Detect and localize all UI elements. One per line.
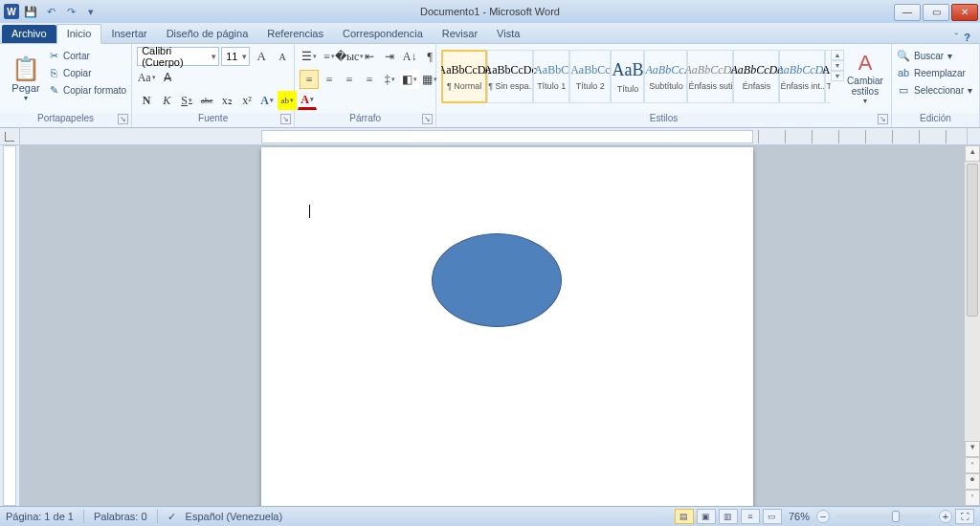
subscript-button[interactable]: x₂ (217, 91, 236, 110)
gallery-down-button[interactable]: ▾ (831, 60, 844, 71)
style-item[interactable]: AaBbCc.Subtítulo (644, 50, 687, 103)
replace-button[interactable]: abReemplazar (897, 66, 972, 79)
highlight-button[interactable]: ab (278, 91, 297, 110)
increase-indent-button[interactable]: ⇥ (380, 47, 399, 66)
quick-access-toolbar: W 💾 ↶ ↷ ▾ (0, 3, 100, 20)
underline-button[interactable]: S (177, 91, 196, 110)
font-name-combo[interactable]: Calibri (Cuerpo) (137, 47, 219, 66)
next-page-button[interactable]: ◦ (965, 490, 980, 506)
tab-selector[interactable] (0, 128, 20, 144)
view-full-screen-button[interactable]: ▣ (697, 509, 716, 524)
tab-revisar[interactable]: Revisar (433, 25, 487, 43)
qat-save-button[interactable]: 💾 (22, 3, 39, 20)
line-spacing-button[interactable]: ‡ (380, 70, 399, 89)
qat-customize-button[interactable]: ▾ (82, 3, 100, 20)
zoom-fit-button[interactable]: ⛶ (955, 509, 974, 524)
font-dialog-launcher[interactable]: ↘ (280, 114, 291, 124)
vertical-ruler[interactable] (0, 145, 20, 506)
styles-gallery[interactable]: AaBbCcDc¶ NormalAaBbCcDc¶ Sin espa...AaB… (441, 47, 831, 103)
grow-font-button[interactable]: A (252, 47, 271, 66)
text-effects-button[interactable]: A (257, 91, 277, 110)
paragraph-dialog-launcher[interactable]: ↘ (422, 114, 433, 124)
gallery-more-button[interactable]: ▾ (831, 71, 844, 81)
paste-button[interactable]: 📋 Pegar ▾ (5, 47, 47, 110)
find-button[interactable]: 🔍Buscar ▾ (897, 49, 972, 62)
bullets-button[interactable]: ☰ (300, 47, 319, 66)
scroll-thumb[interactable] (967, 164, 978, 317)
ruler-toggle-button[interactable] (967, 128, 980, 144)
group-paragraph-label: Párrafo↘ (295, 113, 435, 127)
multilevel-button[interactable]: �ыс (340, 47, 359, 66)
copy-button[interactable]: ⎘Copiar (47, 66, 126, 79)
zoom-out-button[interactable]: − (816, 510, 830, 523)
style-item[interactable]: AaBbCcDcÉnfasis (733, 50, 779, 103)
format-painter-button[interactable]: ✎Copiar formato (47, 83, 126, 97)
style-item[interactable]: AaBTítulo (611, 50, 644, 103)
zoom-in-button[interactable]: + (939, 510, 952, 523)
style-item[interactable]: AaBbCcDc¶ Sin espa... (487, 50, 533, 103)
align-center-button[interactable]: ≡ (320, 70, 339, 89)
scroll-up-button[interactable]: ▴ (965, 145, 980, 162)
view-draft-button[interactable]: ▭ (763, 509, 782, 524)
style-item[interactable]: AaBbCTítulo 1 (533, 50, 569, 103)
tab-correspondencia[interactable]: Correspondencia (333, 25, 433, 43)
tab-diseno[interactable]: Diseño de página (157, 25, 258, 43)
styles-dialog-launcher[interactable]: ↘ (878, 114, 888, 124)
tab-file[interactable]: Archivo (2, 25, 56, 43)
clipboard-dialog-launcher[interactable]: ↘ (118, 114, 128, 124)
page[interactable] (261, 147, 753, 506)
scroll-track[interactable] (965, 162, 980, 441)
view-web-layout-button[interactable]: ▥ (719, 509, 738, 524)
ribbon-minimize-button[interactable]: ˇ (955, 32, 959, 43)
change-case-button[interactable]: Aa (137, 68, 156, 87)
document-canvas[interactable] (20, 145, 964, 506)
style-item[interactable]: AaBbCcDc¶ Normal (441, 50, 487, 103)
status-word-count[interactable]: Palabras: 0 (94, 511, 147, 522)
window-close-button[interactable]: ✕ (951, 4, 978, 21)
shrink-font-button[interactable]: A (273, 47, 292, 66)
decrease-indent-button[interactable]: ⇤ (360, 47, 379, 66)
tab-referencias[interactable]: Referencias (257, 25, 333, 43)
font-size-combo[interactable]: 11 (221, 47, 250, 66)
clear-formatting-button[interactable]: A̶ (158, 68, 177, 87)
justify-button[interactable]: ≡ (360, 70, 379, 89)
zoom-slider[interactable] (836, 515, 932, 518)
view-outline-button[interactable]: ≡ (741, 509, 760, 524)
shading-button[interactable]: ◧ (400, 70, 419, 89)
browse-object-button[interactable]: ● (965, 473, 980, 490)
tab-inicio[interactable]: Inicio (56, 24, 102, 44)
select-button[interactable]: ▭Seleccionar ▾ (897, 83, 972, 97)
group-font: Calibri (Cuerpo) 11 A A Aa A̶ N K S abc … (132, 44, 295, 127)
qat-undo-button[interactable]: ↶ (42, 3, 59, 20)
style-item[interactable]: AaBbCcDcÉnfasis sutil (687, 50, 733, 103)
align-right-button[interactable]: ≡ (340, 70, 359, 89)
help-button[interactable]: ? (964, 32, 970, 43)
italic-button[interactable]: K (157, 91, 176, 110)
qat-redo-button[interactable]: ↷ (62, 3, 79, 20)
horizontal-ruler[interactable] (20, 128, 967, 144)
style-item[interactable]: AaBbCcDcÉnfasis int... (779, 50, 825, 103)
bold-button[interactable]: N (137, 91, 156, 110)
window-maximize-button[interactable]: ▭ (923, 4, 949, 21)
tab-insertar[interactable]: Insertar (101, 25, 156, 43)
sort-button[interactable]: A↓ (400, 47, 419, 66)
view-print-layout-button[interactable]: ▤ (675, 509, 694, 524)
zoom-level[interactable]: 76% (789, 511, 810, 522)
scroll-down-button[interactable]: ▾ (965, 441, 980, 457)
style-item[interactable]: AaBbCcTítulo 2 (569, 50, 611, 103)
cut-button[interactable]: ✂Cortar (47, 49, 126, 62)
strikethrough-button[interactable]: abc (197, 91, 216, 110)
prev-page-button[interactable]: ◦ (965, 457, 980, 473)
zoom-slider-thumb[interactable] (892, 511, 900, 522)
tab-vista[interactable]: Vista (487, 25, 529, 43)
status-language[interactable]: Español (Venezuela) (186, 511, 283, 522)
status-page[interactable]: Página: 1 de 1 (6, 511, 74, 522)
superscript-button[interactable]: x² (237, 91, 256, 110)
change-styles-button[interactable]: A Cambiar estilos ▾ (844, 47, 886, 105)
window-minimize-button[interactable]: — (894, 4, 921, 21)
vertical-scrollbar[interactable]: ▴ ▾ ◦ ● ◦ (964, 145, 980, 506)
gallery-up-button[interactable]: ▴ (831, 50, 844, 60)
align-left-button[interactable]: ≡ (300, 70, 319, 89)
shape-ellipse[interactable] (432, 233, 562, 327)
status-proofing-icon[interactable]: ✓ (167, 511, 176, 523)
